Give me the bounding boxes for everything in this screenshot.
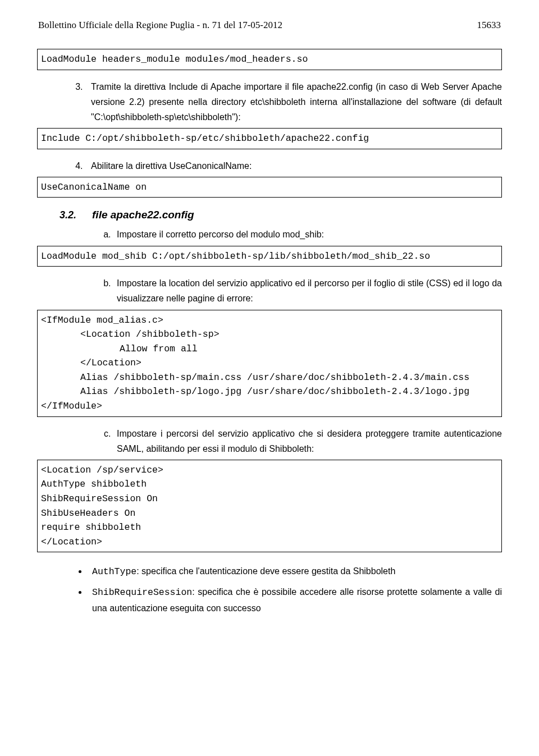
alpha-list-b: Impostare la location del servizio appli… (37, 276, 502, 306)
substep-b: Impostare la location del servizio appli… (113, 276, 502, 306)
code-line: </Location> (41, 356, 498, 370)
code-line: ShibRequireSession On (41, 493, 158, 504)
section-number: 3.2. (60, 209, 76, 221)
header-page-number: 15633 (477, 20, 501, 31)
code-line: <Location /shibboleth-sp> (41, 327, 498, 342)
code-line: <Location /sp/service> (41, 465, 163, 475)
code-line: </IfModule> (41, 401, 102, 411)
substep-c: Impostare i percorsi del servizio applic… (113, 426, 502, 456)
code-block-1: LoadModule headers_module modules/mod_he… (37, 49, 502, 70)
code-block-4: LoadModule mod_shib C:/opt/shibboleth-sp… (37, 246, 502, 267)
page-header: Bollettino Ufficiale della Regione Pugli… (37, 20, 502, 31)
code-block-2: Include C:/opt/shibboleth-sp/etc/shibbol… (37, 128, 502, 149)
section-heading: 3.2. file apache22.config (60, 209, 502, 221)
code-block-5: <IfModule mod_alias.c> <Location /shibbo… (37, 310, 502, 417)
code-line: Alias /shibboleth-sp/logo.jpg /usr/share… (41, 384, 498, 399)
document-page: Bollettino Ufficiale della Regione Pugli… (0, 0, 539, 643)
code-line: AuthType shibboleth (41, 479, 147, 489)
code-line: require shibboleth (41, 522, 141, 533)
bullet-list: AuthType: specifica che l'autenticazione… (37, 563, 502, 616)
bullet-authtype: AuthType: specifica che l'autenticazione… (88, 563, 502, 580)
alpha-list-c: Impostare i percorsi del servizio applic… (37, 426, 502, 456)
step-3: Tramite la direttiva Include di Apache i… (85, 79, 502, 125)
header-title: Bollettino Ufficiale della Regione Pugli… (38, 20, 282, 31)
code-line: Alias /shibboleth-sp/main.css /usr/share… (41, 370, 498, 385)
code-line: ShibUseHeaders On (41, 508, 135, 519)
section-title: file apache22.config (92, 209, 194, 221)
code-block-3: UseCanonicalName on (37, 177, 502, 198)
alpha-list-a: Impostare il corretto percorso del modul… (37, 227, 502, 242)
bullet-text: : specifica che l'autenticazione deve es… (136, 566, 395, 576)
step-4: Abilitare la direttiva UseCanonicalName: (85, 158, 502, 173)
code-line: Allow from all (41, 342, 498, 356)
code-block-6: <Location /sp/service> AuthType shibbole… (37, 460, 502, 552)
code-line: <IfModule mod_alias.c> (41, 315, 163, 326)
substep-a: Impostare il corretto percorso del modul… (113, 227, 502, 242)
code-inline: AuthType (92, 566, 136, 577)
ordered-list-steps-cont: Abilitare la direttiva UseCanonicalName: (37, 158, 502, 173)
bullet-shibrequiresession: ShibRequireSession: specifica che è poss… (88, 584, 502, 616)
ordered-list-steps: Tramite la direttiva Include di Apache i… (37, 79, 502, 125)
code-line: </Location> (41, 537, 102, 547)
code-inline: ShibRequireSession (92, 587, 192, 598)
